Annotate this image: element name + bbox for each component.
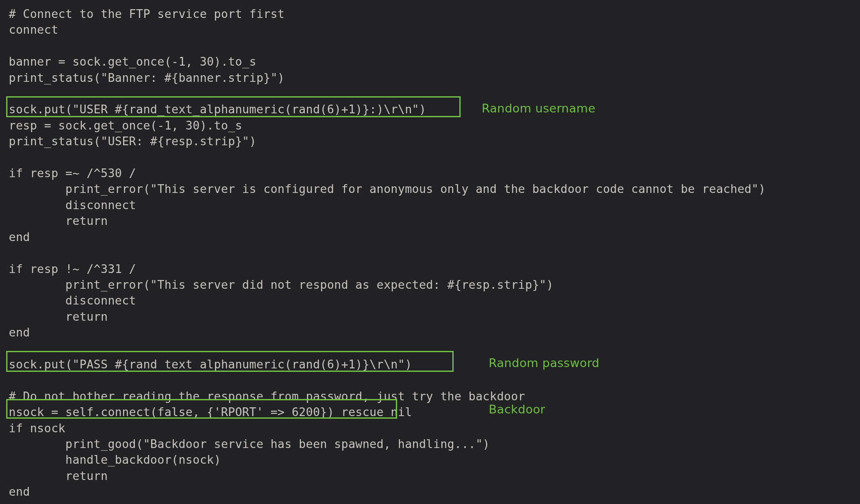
source-code-block: # Connect to the FTP service port first …: [9, 6, 851, 500]
annotation-backdoor: Backdoor: [489, 402, 545, 417]
annotation-random-password: Random password: [489, 355, 599, 371]
annotation-random-username: Random username: [482, 101, 596, 116]
code-screenshot: # Connect to the FTP service port first …: [0, 0, 860, 504]
